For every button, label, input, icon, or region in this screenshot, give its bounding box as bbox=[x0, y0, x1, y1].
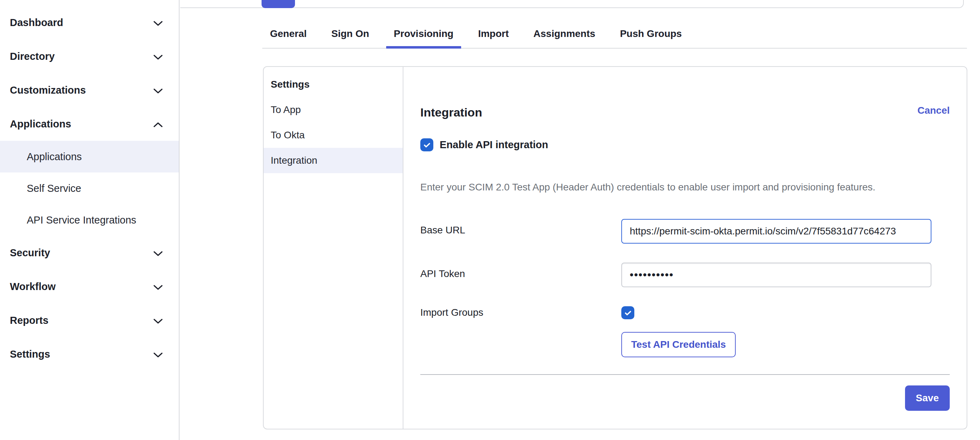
nav-item-to-okta[interactable]: To Okta bbox=[264, 122, 403, 148]
test-credentials-row: Test API Credentials bbox=[420, 332, 950, 357]
sidebar-item-directory[interactable]: Directory bbox=[0, 40, 179, 73]
save-row: Save bbox=[420, 386, 950, 411]
chevron-up-icon bbox=[153, 118, 162, 130]
chevron-down-icon bbox=[153, 281, 162, 292]
sidebar-item-label: Dashboard bbox=[10, 17, 63, 29]
sidebar-item-label: Workflow bbox=[10, 281, 56, 292]
tab-provisioning[interactable]: Provisioning bbox=[386, 20, 461, 48]
checkmark-icon bbox=[624, 309, 632, 317]
nav-item-to-app[interactable]: To App bbox=[264, 97, 403, 122]
import-groups-label: Import Groups bbox=[420, 306, 621, 318]
base-url-row: Base URL bbox=[420, 219, 950, 244]
sidebar-subitem-label: Applications bbox=[27, 151, 82, 163]
chevron-down-icon bbox=[153, 247, 162, 259]
sidebar-subitem-label: Self Service bbox=[27, 183, 81, 194]
tab-assignments[interactable]: Assignments bbox=[525, 20, 603, 48]
sidebar: Dashboard Directory Customizations Appli… bbox=[0, 0, 180, 440]
enable-api-integration-checkbox[interactable] bbox=[420, 138, 433, 151]
sidebar-item-label: Settings bbox=[10, 348, 50, 360]
app-tabbar: General Sign On Provisioning Import Assi… bbox=[262, 20, 967, 49]
tab-import[interactable]: Import bbox=[470, 20, 516, 48]
chevron-down-icon bbox=[153, 51, 162, 62]
sidebar-item-applications[interactable]: Applications bbox=[0, 107, 179, 141]
chevron-down-icon bbox=[153, 17, 162, 29]
sidebar-item-label: Security bbox=[10, 247, 50, 259]
import-groups-row: Import Groups bbox=[420, 306, 950, 319]
api-token-row: API Token bbox=[420, 262, 950, 287]
sidebar-item-settings[interactable]: Settings bbox=[0, 337, 179, 371]
page-title: Integration bbox=[420, 106, 950, 119]
tab-general[interactable]: General bbox=[262, 20, 314, 48]
base-url-input[interactable] bbox=[621, 219, 931, 244]
sidebar-item-dashboard[interactable]: Dashboard bbox=[0, 6, 179, 40]
base-url-label: Base URL bbox=[420, 219, 621, 236]
enable-api-integration-label: Enable API integration bbox=[440, 139, 548, 151]
import-groups-checkbox[interactable] bbox=[621, 306, 634, 319]
api-token-input[interactable] bbox=[621, 262, 931, 287]
sidebar-item-label: Applications bbox=[10, 118, 71, 130]
enable-api-integration-row: Enable API integration bbox=[420, 138, 950, 151]
save-button[interactable]: Save bbox=[905, 386, 950, 411]
chevron-down-icon bbox=[153, 348, 162, 360]
chevron-down-icon bbox=[153, 84, 162, 96]
checkmark-icon bbox=[423, 141, 431, 149]
settings-nav-header: Settings bbox=[264, 72, 403, 97]
provisioning-settings-nav: Settings To App To Okta Integration bbox=[264, 67, 403, 429]
sidebar-subitem-label: API Service Integrations bbox=[27, 214, 136, 226]
sidebar-subitem-api-service-integrations[interactable]: API Service Integrations bbox=[0, 204, 179, 236]
sidebar-item-label: Directory bbox=[10, 51, 54, 62]
tab-push-groups[interactable]: Push Groups bbox=[612, 20, 690, 48]
integration-content: Cancel Integration Enable API integratio… bbox=[403, 67, 967, 429]
sidebar-item-customizations[interactable]: Customizations bbox=[0, 73, 179, 107]
api-token-label: API Token bbox=[420, 262, 621, 280]
sidebar-subitem-applications[interactable]: Applications bbox=[0, 141, 179, 173]
sidebar-item-security[interactable]: Security bbox=[0, 236, 179, 270]
main-area: General Sign On Provisioning Import Assi… bbox=[180, 0, 980, 440]
sidebar-item-label: Customizations bbox=[10, 84, 86, 96]
footer-divider bbox=[420, 374, 950, 375]
provisioning-card: Settings To App To Okta Integration Canc… bbox=[263, 66, 967, 429]
top-active-tab-indicator bbox=[261, 0, 295, 8]
test-api-credentials-button[interactable]: Test API Credentials bbox=[621, 332, 736, 357]
cancel-link[interactable]: Cancel bbox=[917, 105, 950, 116]
credentials-form: Base URL API Token Import Groups Test AP… bbox=[420, 219, 950, 357]
sidebar-item-label: Reports bbox=[10, 315, 49, 326]
tab-sign-on[interactable]: Sign On bbox=[323, 20, 377, 48]
credentials-description: Enter your SCIM 2.0 Test App (Header Aut… bbox=[420, 182, 950, 193]
sidebar-subitem-self-service[interactable]: Self Service bbox=[0, 173, 179, 204]
sidebar-item-reports[interactable]: Reports bbox=[0, 303, 179, 337]
sidebar-item-workflow[interactable]: Workflow bbox=[0, 270, 179, 303]
chevron-down-icon bbox=[153, 315, 162, 326]
nav-item-integration[interactable]: Integration bbox=[264, 148, 403, 173]
top-header-bottom-edge bbox=[180, 0, 964, 8]
